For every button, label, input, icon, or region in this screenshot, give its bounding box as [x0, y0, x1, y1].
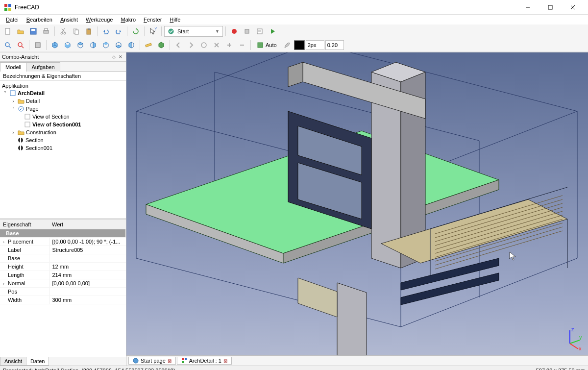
save-icon[interactable]: [27, 25, 39, 37]
tab-modell[interactable]: Modell: [0, 62, 26, 72]
nav-back-icon[interactable]: [172, 39, 184, 51]
svg-point-13: [61, 32, 63, 34]
svg-rect-0: [4, 4, 7, 7]
tab-aufgaben[interactable]: Aufgaben: [26, 62, 60, 72]
svg-line-80: [570, 340, 580, 344]
draft-auto-button[interactable]: Auto: [253, 39, 280, 51]
refresh-icon[interactable]: [130, 25, 142, 37]
menu-bearbeiten[interactable]: Bearbeiten: [23, 16, 56, 24]
svg-rect-48: [20, 146, 21, 150]
tree-view-section: View of Section: [0, 113, 126, 121]
prop-base[interactable]: Base: [0, 254, 126, 263]
workbench-selected-label: Start: [177, 28, 189, 34]
menu-makro[interactable]: Makro: [117, 16, 140, 24]
svg-line-82: [570, 344, 578, 349]
svg-rect-18: [75, 30, 78, 34]
view-rear-icon[interactable]: [100, 39, 112, 51]
measure-icon[interactable]: [143, 39, 154, 51]
zoom-out-icon[interactable]: [236, 39, 248, 51]
panel-close-icon[interactable]: ✕: [117, 53, 124, 60]
undo-icon[interactable]: [100, 25, 112, 37]
menu-hilfe[interactable]: Hilfe: [166, 16, 184, 24]
view-left-icon[interactable]: [125, 39, 137, 51]
tab-close-icon[interactable]: ⊠: [223, 358, 227, 364]
document-icon: [9, 90, 16, 97]
section-icon: [17, 137, 24, 144]
macro-run-icon[interactable]: [267, 25, 278, 37]
svg-point-34: [201, 43, 206, 48]
prop-width[interactable]: Width300 mm: [0, 296, 126, 304]
status-preselect: Preselected: ArchDetail.Section. (299.45…: [3, 368, 175, 370]
minimize-button[interactable]: [516, 0, 539, 15]
zoom-in-icon[interactable]: [223, 39, 235, 51]
model-tree[interactable]: Applikation ˅ArchDetail ›Detail ˅Page Vi…: [0, 81, 126, 218]
macro-stop-icon[interactable]: [241, 25, 253, 37]
prop-length[interactable]: Length214 mm: [0, 271, 126, 279]
tree-app-label: Applikation: [0, 82, 126, 89]
maximize-button[interactable]: [539, 0, 562, 15]
paste-icon[interactable]: [83, 25, 95, 37]
axis-gizmo[interactable]: z y x: [558, 326, 582, 351]
menu-fenster[interactable]: Fenster: [140, 16, 166, 24]
svg-rect-2: [4, 8, 7, 11]
folder-icon: [18, 129, 24, 136]
app-logo-icon: [181, 358, 187, 364]
nav-stop-icon[interactable]: [211, 39, 222, 51]
menu-datei[interactable]: Datei: [2, 16, 23, 24]
3d-viewport[interactable]: z y x Start page ⊠ ArchDetail : 1 ⊠: [126, 52, 588, 366]
zoom-selection-icon[interactable]: [15, 39, 26, 51]
macro-list-icon[interactable]: [254, 25, 266, 37]
menu-ansicht[interactable]: Ansicht: [56, 16, 82, 24]
svg-point-14: [64, 32, 66, 34]
prop-normal[interactable]: ›Normal[0,00 0,00 0,00]: [0, 279, 126, 288]
view-top-icon[interactable]: [74, 39, 86, 51]
line-color-swatch[interactable]: [294, 40, 305, 50]
svg-rect-24: [245, 29, 249, 33]
view-tab-doc[interactable]: ArchDetail : 1 ⊠: [177, 357, 232, 365]
svg-rect-8: [5, 28, 10, 34]
combo-view-panel: Combo-Ansicht ◇ ✕ Modell Aufgaben Bezeic…: [0, 52, 126, 366]
svg-line-29: [9, 46, 11, 48]
macro-record-icon[interactable]: [228, 25, 240, 37]
svg-rect-1: [8, 4, 11, 7]
view-icon: [24, 121, 31, 128]
draft-color-icon[interactable]: [281, 39, 293, 51]
view-tab-start[interactable]: Start page ⊠: [128, 357, 176, 365]
new-file-icon[interactable]: [2, 25, 14, 37]
redo-icon[interactable]: [113, 25, 124, 37]
draft-value-input[interactable]: [325, 40, 344, 50]
part-icon[interactable]: [155, 39, 167, 51]
close-button[interactable]: [562, 0, 584, 15]
menu-werkzeuge[interactable]: Werkzeuge: [82, 16, 117, 24]
prop-pos[interactable]: Pos: [0, 288, 126, 296]
open-file-icon[interactable]: [15, 25, 26, 37]
whatsthis-icon[interactable]: ?: [147, 25, 159, 37]
workbench-selector[interactable]: Start ▼: [164, 26, 223, 37]
cursor-icon: [510, 252, 515, 260]
nav-fwd-icon[interactable]: [185, 39, 197, 51]
window-title: FreeCAD: [15, 4, 516, 11]
status-bar: Preselected: ArchDetail.Section. (299.45…: [0, 366, 588, 370]
tab-daten[interactable]: Daten: [26, 357, 49, 366]
view-right-icon[interactable]: [87, 39, 99, 51]
zoom-fit-icon[interactable]: [2, 39, 14, 51]
line-width-input[interactable]: [306, 40, 324, 50]
prop-placement[interactable]: ›Placement[(0,00 0,00 -1,00); 90 °; (-1.…: [0, 238, 126, 246]
svg-point-84: [133, 358, 138, 363]
view-bottom-icon[interactable]: [113, 39, 124, 51]
prop-label[interactable]: LabelStructure005: [0, 246, 126, 254]
view-front-icon[interactable]: [62, 39, 74, 51]
prop-height[interactable]: Height12 mm: [0, 263, 126, 271]
copy-icon[interactable]: [70, 25, 82, 37]
svg-point-23: [232, 29, 237, 34]
tab-close-icon[interactable]: ⊠: [168, 358, 172, 364]
view-iso-icon[interactable]: [49, 39, 61, 51]
print-icon[interactable]: [40, 25, 52, 37]
draw-style-icon[interactable]: [32, 39, 44, 51]
cut-icon[interactable]: [57, 25, 69, 37]
viewport-tabs: Start page ⊠ ArchDetail : 1 ⊠: [126, 355, 588, 366]
svg-rect-41: [10, 91, 15, 96]
tab-ansicht[interactable]: Ansicht: [0, 357, 26, 366]
nav-reload-icon[interactable]: [198, 39, 210, 51]
panel-float-icon[interactable]: ◇: [110, 53, 117, 60]
